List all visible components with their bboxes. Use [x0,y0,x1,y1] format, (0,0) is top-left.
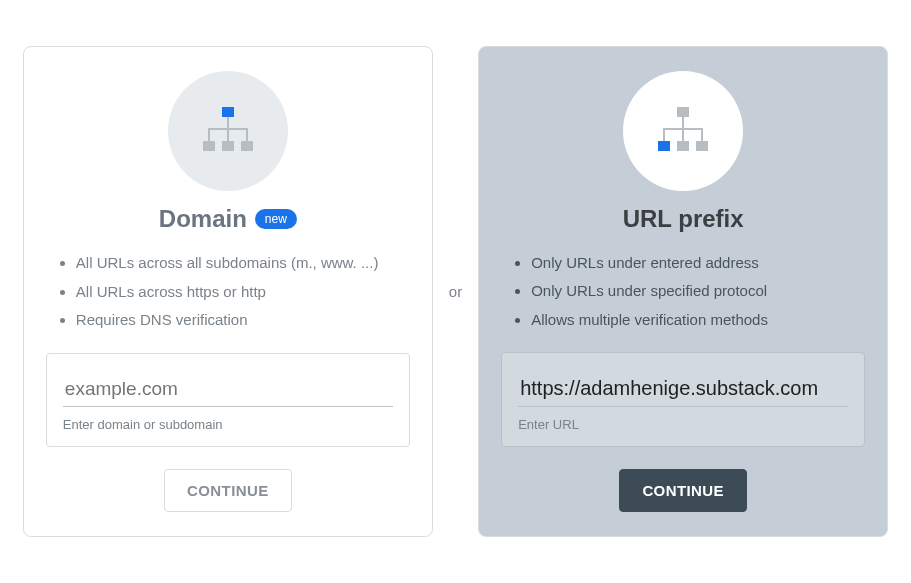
svg-rect-6 [677,141,689,151]
url-prefix-card[interactable]: URL prefix Only URLs under entered addre… [478,46,888,538]
url-prefix-title-row: URL prefix [623,205,744,233]
list-item: All URLs across https or http [76,278,410,307]
svg-rect-5 [658,141,670,151]
domain-helper: Enter domain or subdomain [63,417,393,432]
separator-or: or [449,283,462,300]
domain-input[interactable] [63,374,393,407]
url-prefix-title: URL prefix [623,205,744,233]
list-item: Only URLs under specified protocol [531,277,865,306]
list-item: Requires DNS verification [76,306,410,335]
svg-rect-0 [222,107,234,117]
svg-rect-7 [696,141,708,151]
svg-rect-2 [222,141,234,151]
url-prefix-input[interactable] [518,373,848,407]
list-item: Only URLs under entered address [531,249,865,278]
url-prefix-bullets: Only URLs under entered address Only URL… [501,249,865,335]
domain-input-box: Enter domain or subdomain [46,353,410,447]
svg-rect-4 [677,107,689,117]
url-prefix-input-box: Enter URL [501,352,865,447]
new-badge: new [255,209,297,229]
domain-title: Domain [159,205,247,233]
domain-title-row: Domain new [159,205,297,233]
property-type-selector: Domain new All URLs across all subdomain… [23,46,888,538]
url-prefix-continue-button[interactable]: CONTINUE [619,469,747,512]
domain-card[interactable]: Domain new All URLs across all subdomain… [23,46,433,537]
list-item: Allows multiple verification methods [531,306,865,335]
svg-rect-3 [241,141,253,151]
subtree-icon [623,71,743,191]
svg-rect-1 [203,141,215,151]
url-prefix-helper: Enter URL [518,417,848,432]
list-item: All URLs across all subdomains (m., www.… [76,249,410,278]
domain-continue-button[interactable]: CONTINUE [164,469,292,512]
domain-bullets: All URLs across all subdomains (m., www.… [46,249,410,335]
sitemap-icon [168,71,288,191]
